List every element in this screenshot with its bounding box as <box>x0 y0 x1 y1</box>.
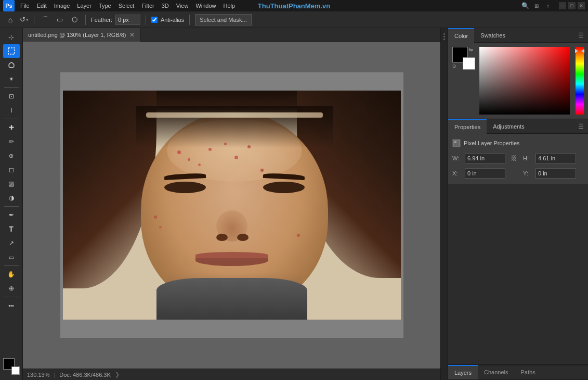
reset-colors-icon[interactable]: ⊙ <box>452 64 459 70</box>
fg-color-swatch[interactable] <box>3 358 20 375</box>
home-icon[interactable]: ⌂ <box>4 14 17 26</box>
crop-tool-btn[interactable]: ⊡ <box>3 90 20 103</box>
tool-separator-1 <box>4 87 19 88</box>
tab-bar: untitled.png @ 130% (Layer 1, RGB/8) ✕ <box>23 28 440 42</box>
hue-indicator <box>581 49 584 53</box>
dodge-tool-btn[interactable]: ◑ <box>3 191 20 205</box>
menu-edit[interactable]: Edit <box>33 2 50 10</box>
h-input[interactable] <box>535 153 576 163</box>
status-arrow-btn[interactable]: ❯ <box>115 371 120 378</box>
close-tab-btn[interactable]: ✕ <box>129 31 135 39</box>
more-tools-btn[interactable]: ••• <box>3 299 20 312</box>
menu-window[interactable]: Window <box>192 2 219 10</box>
props-xy-row: X: Y: <box>452 168 584 179</box>
hue-spectrum-slider[interactable] <box>576 47 584 115</box>
zoom-tool-btn[interactable]: ⊕ <box>3 282 20 295</box>
tool-separator-3 <box>4 206 19 207</box>
right-panel-collapse-bar[interactable] <box>440 28 448 380</box>
collapse-dot-1 <box>443 33 445 35</box>
menu-file[interactable]: File <box>17 2 33 10</box>
color-picker-area[interactable] <box>479 47 584 115</box>
swatches-tab[interactable]: Swatches <box>474 28 512 43</box>
lasso-tool-btn[interactable] <box>3 58 20 72</box>
canvas-scroll[interactable] <box>23 42 440 369</box>
h-label: H: <box>523 155 532 161</box>
x-label: X: <box>452 170 462 176</box>
history-icon[interactable]: ↺▾ <box>20 16 29 23</box>
menu-help[interactable]: Help <box>220 2 239 10</box>
y-input[interactable] <box>535 168 576 179</box>
doc-tab-title: untitled.png @ 130% (Layer 1, RGB/8) <box>28 32 126 38</box>
hue-indicator-left <box>575 49 578 53</box>
tool-separator-2 <box>4 119 19 119</box>
search-icon[interactable]: 🔍 <box>520 1 530 10</box>
options-bar: ⌂ ↺▾ ⌒ ▭ ⬡ Feather: Anti-alias Select an… <box>0 11 588 28</box>
color-panel: Color Swatches ☰ ⇆ ⊙ <box>448 28 588 119</box>
pixel-layer-icon <box>452 139 461 147</box>
healing-tool-btn[interactable]: ✚ <box>3 121 20 134</box>
adjustments-tab[interactable]: Adjustments <box>487 119 531 134</box>
select-mask-btn[interactable]: Select and Mask... <box>195 14 252 26</box>
color-tab[interactable]: Color <box>448 28 474 43</box>
feather-input[interactable] <box>115 15 140 25</box>
magic-wand-tool-btn[interactable]: ✴ <box>3 72 20 86</box>
menu-select[interactable]: Select <box>115 2 138 10</box>
path-select-tool-btn[interactable]: ↗ <box>3 236 20 250</box>
shape-tool-btn[interactable]: ▭ <box>3 250 20 264</box>
lasso-icon-opt[interactable]: ⌒ <box>40 14 51 26</box>
color-gradient-field[interactable] <box>479 47 570 115</box>
menu-filter[interactable]: Filter <box>138 2 158 10</box>
link-icon[interactable]: ⛓ <box>508 153 520 164</box>
properties-tab[interactable]: Properties <box>448 119 487 134</box>
x-input[interactable] <box>465 168 505 179</box>
share-icon[interactable]: ↑ <box>543 1 553 10</box>
menu-layer[interactable]: Layer <box>73 2 95 10</box>
layers-header: Layers Channels Paths <box>448 365 588 380</box>
menu-type[interactable]: Type <box>95 2 115 10</box>
win-maximize-btn[interactable]: □ <box>568 2 576 9</box>
pixel-layer-title: Pixel Layer Properties <box>464 140 520 146</box>
properties-panel: Properties Adjustments ☰ Pixel Layer Pro… <box>448 119 588 365</box>
stamp-tool-btn[interactable]: ⊕ <box>3 149 20 162</box>
move-tool-btn[interactable]: ⊹ <box>3 30 20 44</box>
props-wh-row: W: ⛓ H: <box>452 153 584 164</box>
anti-alias-checkbox[interactable] <box>151 17 158 23</box>
props-section-row: Pixel Layer Properties <box>452 139 584 147</box>
fg-bg-color-area: ⇆ ⊙ <box>452 47 475 70</box>
swap-colors-icon[interactable]: ⇆ <box>469 47 475 53</box>
menu-bar: File Edit Image Layer Type Select Filter… <box>17 2 239 10</box>
eyedropper-tool-btn[interactable]: ⌇ <box>3 104 20 117</box>
brush-tool-btn[interactable]: ✏ <box>3 135 20 148</box>
channels-tab[interactable]: Channels <box>478 365 514 379</box>
w-input[interactable] <box>465 153 505 163</box>
arrange-icon[interactable]: ⊞ <box>532 1 541 10</box>
feather-label: Feather: <box>91 17 112 23</box>
marquee-rect-opt[interactable]: ▭ <box>54 14 66 26</box>
poly-lasso-opt[interactable]: ⬡ <box>69 14 80 26</box>
props-body: Pixel Layer Properties W: ⛓ H: X: Y: <box>448 134 588 184</box>
layers-tab[interactable]: Layers <box>448 365 478 379</box>
type-tool-btn[interactable]: T <box>3 222 20 236</box>
win-close-btn[interactable]: ✕ <box>578 2 585 9</box>
background-color[interactable] <box>463 57 475 70</box>
marquee-tool-btn[interactable] <box>3 44 20 58</box>
win-minimize-btn[interactable]: ─ <box>559 2 566 9</box>
props-menu-icon[interactable]: ☰ <box>574 123 588 130</box>
paths-tab[interactable]: Paths <box>515 365 542 379</box>
hand-tool-btn[interactable]: ✋ <box>3 268 20 281</box>
status-zoom: 130.13% <box>27 372 49 378</box>
anti-alias-label: Anti-alias <box>161 17 184 23</box>
tool-separator-4 <box>4 265 19 266</box>
menu-image[interactable]: Image <box>50 2 74 10</box>
opt-separator-2 <box>85 15 86 25</box>
svg-rect-2 <box>454 141 456 143</box>
menu-view[interactable]: View <box>173 2 192 10</box>
ps-logo: Ps <box>3 0 15 11</box>
pen-tool-btn[interactable]: ✒ <box>3 208 20 222</box>
color-panel-header: Color Swatches ☰ <box>448 28 588 43</box>
eraser-tool-btn[interactable]: ◻ <box>3 163 20 176</box>
panel-menu-icon[interactable]: ☰ <box>574 32 588 39</box>
gradient-tool-btn[interactable]: ▨ <box>3 177 20 191</box>
menu-3d[interactable]: 3D <box>158 2 173 10</box>
doc-tab[interactable]: untitled.png @ 130% (Layer 1, RGB/8) ✕ <box>23 28 140 42</box>
